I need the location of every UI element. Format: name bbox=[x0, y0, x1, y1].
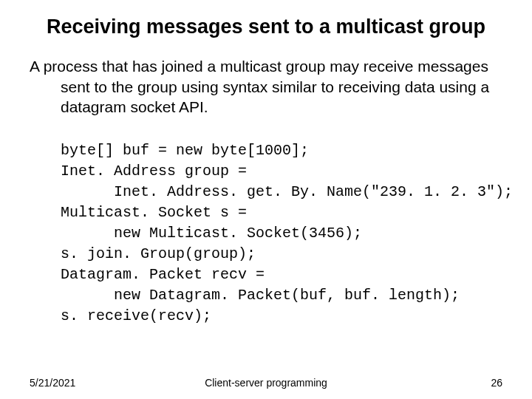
footer-title: Client-server programming bbox=[205, 377, 327, 389]
slide-title: Receiving messages sent to a multicast g… bbox=[30, 13, 502, 40]
body-paragraph: A process that has joined a multicast gr… bbox=[30, 56, 502, 117]
code-line: Inet. Address group = bbox=[61, 163, 247, 180]
footer-page-number: 26 bbox=[491, 377, 502, 389]
code-line: s. join. Group(group); bbox=[61, 245, 256, 262]
code-line: s. receive(recv); bbox=[61, 307, 211, 324]
code-line: Multicast. Socket s = bbox=[61, 204, 247, 221]
footer-date: 5/21/2021 bbox=[30, 377, 75, 389]
code-line: new Multicast. Socket(3456); bbox=[61, 225, 362, 242]
code-line: byte[] buf = new byte[1000]; bbox=[61, 142, 309, 159]
code-line: new Datagram. Packet(buf, buf. length); bbox=[61, 287, 460, 304]
code-block: byte[] buf = new byte[1000]; Inet. Addre… bbox=[30, 120, 502, 327]
code-line: Inet. Address. get. By. Name("239. 1. 2.… bbox=[61, 183, 513, 200]
slide-footer: 5/21/2021 Client-server programming 26 bbox=[0, 377, 532, 389]
code-line: Datagram. Packet recv = bbox=[61, 266, 265, 283]
paragraph-text: A process that has joined a multicast gr… bbox=[30, 56, 502, 117]
